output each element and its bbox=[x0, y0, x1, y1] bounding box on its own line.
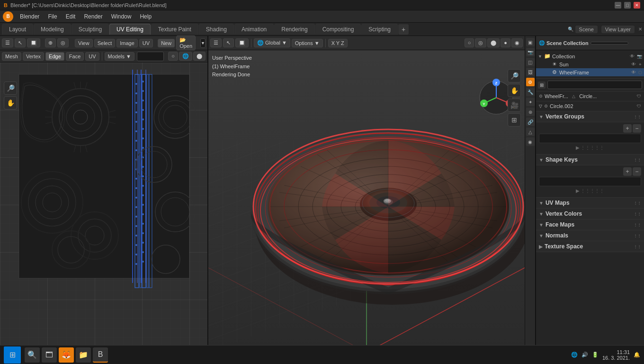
tree-collection[interactable]: ▼ 📁 Collection 👁 📷 bbox=[536, 52, 644, 60]
shape-keys-header[interactable]: ▼ Shape Keys ⋮⋮ bbox=[536, 155, 644, 165]
uv-edge-btn[interactable]: Edge bbox=[45, 52, 64, 61]
wf-eye[interactable]: 👁 bbox=[631, 70, 636, 75]
taskbar-explorer[interactable]: 📁 bbox=[76, 347, 91, 363]
menu-window[interactable]: Window bbox=[107, 12, 135, 21]
menu-edit[interactable]: Edit bbox=[62, 12, 80, 21]
prop-icon-material[interactable]: ◉ bbox=[526, 137, 535, 146]
tab-rendering[interactable]: Rendering bbox=[274, 24, 314, 35]
vp-options-btn[interactable]: Options ▼ bbox=[292, 39, 323, 47]
uv-zoom-tool[interactable]: 🔎 bbox=[4, 82, 17, 95]
uv-mesh-btn[interactable]: Mesh bbox=[2, 52, 21, 61]
new-button[interactable]: New bbox=[158, 39, 175, 47]
taskbar-sound[interactable]: 🔊 bbox=[581, 352, 588, 358]
face-maps-header[interactable]: ▼ Face Maps ⋮⋮ bbox=[536, 219, 644, 230]
texture-space-header[interactable]: ▶ Texture Space ⋮⋮ bbox=[536, 241, 644, 252]
tab-modeling[interactable]: Modeling bbox=[34, 24, 71, 35]
prop-icon-particles[interactable]: ✦ bbox=[526, 98, 535, 106]
vertex-colors-header[interactable]: ▼ Vertex Colors ⋮⋮ bbox=[536, 209, 644, 219]
prop-icon-render[interactable]: 📷 bbox=[526, 48, 535, 56]
tab-layout[interactable]: Layout bbox=[2, 24, 33, 35]
uv-cursor-btn[interactable]: ↖ bbox=[15, 38, 26, 47]
uv-viewport-btn[interactable]: 🌐 bbox=[179, 52, 192, 61]
tab-uv-editing[interactable]: UV Editing bbox=[109, 24, 151, 35]
vp-menu-btn[interactable]: ☰ bbox=[210, 38, 222, 47]
scene-search[interactable] bbox=[590, 42, 628, 45]
vp-xray-btn[interactable]: ◎ bbox=[475, 38, 486, 47]
zoom-tool-btn[interactable]: 🔎 bbox=[508, 69, 521, 82]
sk-expand-btn[interactable]: ▶ ⋮⋮⋮⋮⋮ bbox=[539, 186, 641, 195]
tab-animation[interactable]: Animation bbox=[234, 24, 274, 35]
uv-toggle-btn[interactable]: ⬤ bbox=[193, 52, 206, 61]
vertex-groups-header[interactable]: ▼ Vertex Groups ⋮⋮ bbox=[536, 111, 644, 122]
tree-sun[interactable]: ☀ Sun 👁 ✦ bbox=[536, 60, 644, 68]
uv-view-tab[interactable]: View bbox=[75, 39, 93, 47]
start-button[interactable]: ⊞ bbox=[4, 346, 21, 364]
scene-selector[interactable]: Scene bbox=[575, 26, 598, 33]
modifier-dropdown[interactable]: ▽ bbox=[539, 104, 542, 109]
vp-material-btn[interactable]: ● bbox=[501, 38, 510, 47]
taskbar-search[interactable]: 🔍 bbox=[25, 347, 40, 363]
add-workspace-button[interactable]: + bbox=[398, 24, 409, 35]
prop-icon-view[interactable]: 🖼 bbox=[526, 68, 535, 76]
prop-icon-physics[interactable]: ⊛ bbox=[526, 108, 535, 116]
vp-box-select[interactable]: 🔲 bbox=[235, 38, 249, 47]
vp-overlay-btn[interactable]: ○ bbox=[465, 38, 474, 47]
uv-view-menu[interactable]: ☰ bbox=[2, 38, 13, 47]
uv-hand-tool[interactable]: ✋ bbox=[4, 96, 17, 109]
menu-blender[interactable]: Blender bbox=[16, 12, 43, 21]
uv-uv-tab[interactable]: UV bbox=[139, 39, 153, 47]
uv-overlay-btn[interactable]: ○ bbox=[168, 52, 178, 61]
minimize-button[interactable]: — bbox=[615, 2, 621, 9]
tab-scripting[interactable]: Scripting bbox=[361, 24, 398, 35]
uv-uv-mode-btn[interactable]: UV bbox=[85, 52, 99, 61]
image-selector[interactable]: ▼ bbox=[200, 38, 206, 48]
open-button[interactable]: 📂 Open bbox=[176, 36, 196, 50]
sk-add-btn[interactable]: + bbox=[623, 167, 632, 176]
vp-global-btn[interactable]: 🌐 Global ▼ bbox=[254, 38, 290, 47]
uv-vertex-btn[interactable]: Vertex bbox=[23, 52, 44, 61]
taskbar-blender[interactable]: B bbox=[93, 347, 108, 363]
taskbar-firefox[interactable]: 🦊 bbox=[59, 347, 74, 363]
uv-image-tab[interactable]: Image bbox=[116, 39, 138, 47]
vg-remove-btn[interactable]: − bbox=[633, 124, 641, 133]
uv-face-btn[interactable]: Face bbox=[66, 52, 84, 61]
vp-rendered-btn[interactable]: ◉ bbox=[511, 38, 523, 47]
normals-header[interactable]: ▼ Normals ⋮⋮ bbox=[536, 230, 644, 241]
hand-tool-btn[interactable]: ✋ bbox=[508, 84, 521, 97]
viewport-canvas[interactable]: User Perspective (1) WheelFrame Renderin… bbox=[208, 50, 525, 353]
uv-proportional-btn[interactable]: ◎ bbox=[57, 38, 69, 47]
uv-search-input[interactable] bbox=[137, 52, 164, 61]
vp-xyz-btn[interactable]: X Y Z bbox=[328, 39, 348, 47]
tab-shading[interactable]: Shading bbox=[199, 24, 234, 35]
sun-eye[interactable]: 👁 bbox=[631, 62, 636, 67]
maximize-button[interactable]: □ bbox=[624, 2, 631, 9]
uv-maps-header[interactable]: ▼ UV Maps ⋮⋮ bbox=[536, 198, 644, 209]
prop-icon-constraints[interactable]: 🔗 bbox=[526, 118, 535, 126]
uv-models-dropdown[interactable]: Models ▼ bbox=[105, 52, 134, 61]
tree-wheelframe[interactable]: ⚙ WheelFrame 👁 ⬡ bbox=[536, 68, 644, 76]
tab-texture-paint[interactable]: Texture Paint bbox=[151, 24, 198, 35]
taskbar-battery[interactable]: 🔋 bbox=[592, 352, 599, 358]
taskbar-clock[interactable]: 11:31 16. 3. 2021. bbox=[602, 349, 630, 361]
prop-icon-data[interactable]: △ bbox=[526, 127, 535, 136]
vp-solid-btn[interactable]: ⬤ bbox=[487, 38, 500, 47]
vg-expand-btn[interactable]: ▶ ⋮⋮⋮⋮⋮ bbox=[539, 143, 641, 152]
prop-icon-scene[interactable]: ▣ bbox=[526, 38, 535, 46]
menu-file[interactable]: File bbox=[44, 12, 61, 21]
prop-icon-object[interactable]: ⚙ bbox=[526, 78, 535, 86]
taskbar-task-view[interactable]: 🗔 bbox=[42, 347, 57, 363]
props-search-input[interactable] bbox=[547, 81, 642, 89]
grid-tool-btn[interactable]: ⊞ bbox=[508, 113, 521, 127]
uv-select-box[interactable]: 🔲 bbox=[27, 38, 40, 47]
menu-help[interactable]: Help bbox=[136, 12, 155, 21]
tab-compositing[interactable]: Compositing bbox=[315, 24, 361, 35]
tab-sculpting[interactable]: Sculpting bbox=[72, 24, 109, 35]
uv-select-tab[interactable]: Select bbox=[94, 39, 116, 47]
menu-render[interactable]: Render bbox=[80, 12, 106, 21]
vg-add-btn[interactable]: + bbox=[623, 124, 632, 133]
view-layer-selector[interactable]: View Layer bbox=[601, 26, 635, 33]
prop-icon-modifier[interactable]: 🔧 bbox=[526, 88, 535, 96]
sk-remove-btn[interactable]: − bbox=[633, 167, 641, 176]
vp-select-btn[interactable]: ↖ bbox=[223, 38, 234, 47]
prop-icon-output[interactable]: ◫ bbox=[526, 58, 535, 66]
